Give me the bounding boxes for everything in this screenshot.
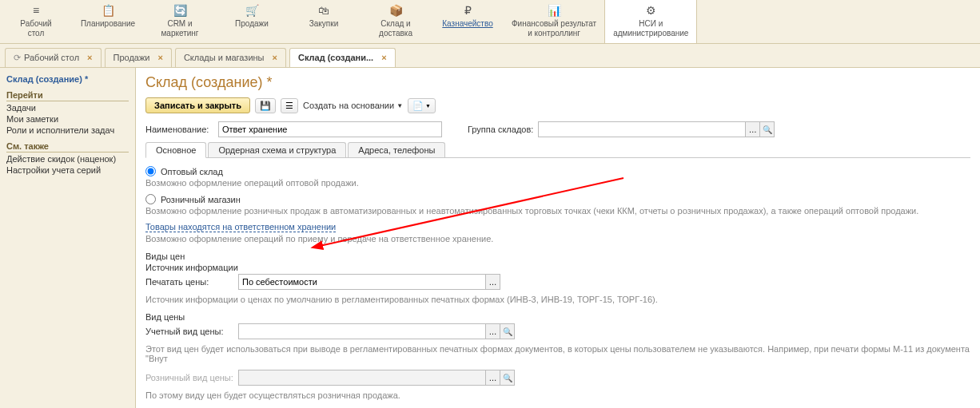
toolbar-crm[interactable]: 🔄CRM имаркетинг	[144, 0, 216, 43]
radio-wholesale[interactable]	[145, 166, 156, 176]
hint-wholesale: Возможно оформление операций оптовой про…	[145, 178, 970, 188]
list-button[interactable]: ☰	[281, 98, 298, 113]
group-input[interactable]	[538, 121, 746, 137]
crm-icon: 🔄	[173, 3, 187, 18]
toolbar-purchases[interactable]: 🛍Закупки	[288, 0, 360, 43]
name-label: Наименование:	[145, 125, 213, 134]
save-button[interactable]: 💾	[255, 98, 276, 113]
tab-warehouse-create[interactable]: Склад (создани...×	[289, 48, 396, 67]
sidebar-link-roles[interactable]: Роли и исполнители задач	[6, 125, 129, 135]
sidebar-link-series[interactable]: Настройки учета серий	[6, 165, 129, 175]
close-icon[interactable]: ×	[157, 53, 162, 62]
page-title: Склад (создание) *	[145, 74, 970, 91]
sidebar-link-notes[interactable]: Мои заметки	[6, 114, 129, 124]
prices-heading: Виды цен	[145, 252, 970, 261]
toolbar-admin[interactable]: ⚙НСИ иадминистрирование	[604, 0, 697, 43]
save-close-button[interactable]: Записать и закрыть	[145, 97, 250, 113]
treasury-icon: ₽	[464, 3, 472, 18]
acct-price-input[interactable]	[238, 323, 486, 339]
close-icon[interactable]: ×	[381, 53, 386, 62]
print-prices-input[interactable]	[238, 274, 486, 290]
hint-acct: Этот вид цен будет использоваться при вы…	[145, 344, 970, 363]
radio-retail-label: Розничный магазин	[161, 195, 241, 204]
sidebar-link-tasks[interactable]: Задачи	[6, 103, 129, 113]
info-source-label: Источник информации	[145, 263, 970, 272]
content-area: Склад (создание) * Записать и закрыть 💾 …	[136, 68, 980, 408]
hint-custody: Возможно оформление операций по приему и…	[145, 234, 970, 244]
search-button[interactable]: 🔍	[760, 121, 775, 137]
hint-print: Источник информации о ценах по умолчанию…	[145, 295, 970, 304]
sidebar-section-goto: Перейти	[6, 90, 129, 101]
search-button[interactable]: 🔍	[500, 323, 515, 339]
close-icon[interactable]: ×	[273, 53, 277, 62]
tab-sales[interactable]: Продажи×	[105, 48, 172, 67]
print-prices-label: Печатать цены:	[145, 277, 233, 287]
desktop-icon: ≡	[33, 3, 39, 18]
chevron-down-icon: ▼	[396, 102, 403, 109]
radio-wholesale-label: Оптовый склад	[161, 167, 223, 176]
toolbar-planning[interactable]: 📋Планирование	[72, 0, 144, 43]
toolbar-finance[interactable]: 📊Финансовый результати контроллинг	[504, 0, 604, 43]
name-input[interactable]	[218, 121, 442, 137]
acct-price-label: Учетный вид цены:	[145, 327, 233, 336]
select-button[interactable]: …	[486, 274, 500, 290]
tab-warehouses[interactable]: Склады и магазины×	[175, 48, 286, 67]
command-bar: Записать и закрыть 💾 ☰ Создать на основа…	[145, 97, 970, 113]
search-button[interactable]: 🔍	[500, 370, 515, 386]
inner-tab-address[interactable]: Адреса, телефоны	[348, 142, 445, 157]
inner-tab-main[interactable]: Основное	[145, 142, 206, 158]
warehouse-icon: 📦	[389, 3, 403, 18]
group-label: Группа складов:	[468, 125, 533, 134]
select-button[interactable]: …	[746, 121, 760, 137]
sidebar-title: Склад (создание) *	[6, 74, 129, 84]
tab-desktop[interactable]: ⟳Рабочий стол×	[5, 48, 102, 67]
toolbar-sales[interactable]: 🛒Продажи	[216, 0, 288, 43]
purchases-icon: 🛍	[318, 3, 329, 18]
report-button[interactable]: 📄▼	[408, 98, 436, 113]
refresh-icon: ⟳	[14, 53, 21, 63]
select-button[interactable]: …	[486, 323, 500, 339]
retail-price-input	[238, 370, 486, 386]
link-custody[interactable]: Товары находятся на ответственном хранен…	[145, 222, 336, 232]
hint-retail: Возможно оформление розничных продаж в а…	[145, 206, 970, 216]
hint-retail-price: По этому виду цен будет осуществляться р…	[145, 390, 970, 400]
radio-retail[interactable]	[145, 194, 156, 204]
toolbar-desktop[interactable]: ≡Рабочийстол	[0, 0, 72, 43]
create-based-button[interactable]: Создать на основании▼	[303, 101, 403, 110]
gear-icon: ⚙	[646, 3, 656, 18]
inner-tab-order[interactable]: Ордерная схема и структура	[208, 142, 346, 157]
toolbar-treasury[interactable]: ₽Казначейство	[432, 0, 504, 43]
sales-icon: 🛒	[245, 3, 259, 18]
price-type-heading: Вид цены	[145, 312, 970, 322]
main-toolbar: ≡Рабочийстол 📋Планирование 🔄CRM имаркети…	[0, 0, 980, 44]
toolbar-warehouse[interactable]: 📦Склад идоставка	[360, 0, 432, 43]
sidebar-section-seealso: См. также	[6, 141, 129, 153]
finance-icon: 📊	[548, 3, 561, 18]
inner-tabs: Основное Ордерная схема и структура Адре…	[145, 142, 970, 158]
sidebar: Склад (создание) * Перейти Задачи Мои за…	[0, 68, 136, 408]
tabs-bar: ⟳Рабочий стол× Продажи× Склады и магазин…	[0, 44, 980, 68]
sidebar-link-discounts[interactable]: Действие скидок (наценок)	[6, 154, 129, 164]
select-button[interactable]: …	[486, 370, 500, 386]
retail-price-label: Розничный вид цены:	[145, 373, 233, 382]
planning-icon: 📋	[102, 3, 115, 18]
close-icon[interactable]: ×	[87, 53, 92, 62]
